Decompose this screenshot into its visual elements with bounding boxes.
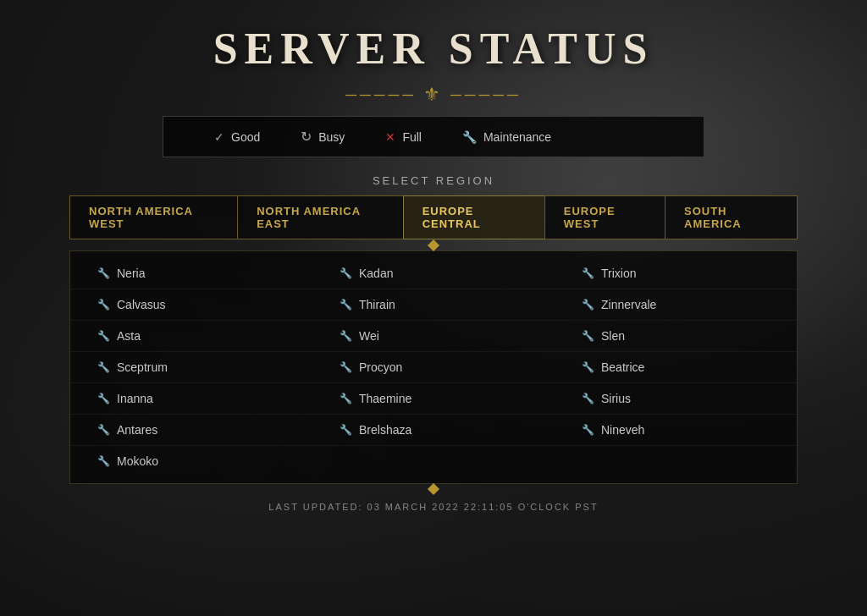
server-item-empty — [312, 446, 555, 476]
busy-icon: ↻ — [301, 129, 312, 145]
ornament-icon: ⚜ — [423, 84, 444, 106]
region-tabs: North America West North America East Eu… — [69, 195, 798, 239]
tab-na-east[interactable]: North America East — [237, 195, 403, 239]
server-item-kadan: 🔧Kadan — [312, 258, 555, 289]
server-status-icon-neria: 🔧 — [97, 267, 110, 279]
server-name-sirius: Sirius — [601, 392, 631, 405]
server-name-thaemine: Thaemine — [359, 392, 411, 405]
server-status-icon-trixion: 🔧 — [582, 267, 594, 279]
page-title: SERVER STATUS — [213, 24, 654, 74]
server-item-zinnervale: 🔧Zinnervale — [555, 289, 797, 321]
server-status-icon-procyon: 🔧 — [340, 361, 352, 373]
server-status-icon-calvasus: 🔧 — [97, 299, 110, 311]
server-item-brelshaza: 🔧Brelshaza — [312, 415, 555, 446]
server-name-nineveh: Nineveh — [601, 423, 644, 437]
server-status-icon-nineveh: 🔧 — [582, 424, 594, 436]
server-item-slen: 🔧Slen — [555, 321, 797, 352]
server-status-icon-inanna: 🔧 — [97, 393, 110, 404]
server-name-brelshaza: Brelshaza — [359, 423, 411, 437]
server-status-icon-thaemine: 🔧 — [340, 393, 352, 404]
maintenance-icon: 🔧 — [462, 130, 477, 144]
diamond-bottom — [69, 486, 798, 493]
server-name-beatrice: Beatrice — [601, 360, 644, 374]
legend-box: ✓ Good ↻ Busy ✕ Full 🔧 Maintenance — [163, 116, 704, 157]
server-name-zinnervale: Zinnervale — [601, 298, 656, 311]
legend-good-label: Good — [231, 130, 260, 144]
main-container: SERVER STATUS ⚜ ✓ Good ↻ Busy ✕ Full 🔧 M… — [0, 0, 867, 616]
select-region-label: SELECT REGION — [373, 174, 494, 187]
server-name-asta: Asta — [117, 329, 141, 343]
tab-eu-west[interactable]: Europe West — [544, 195, 665, 239]
legend-full-label: Full — [402, 130, 422, 144]
legend-full: ✕ Full — [385, 130, 422, 144]
server-grid: 🔧Neria🔧Kadan🔧Trixion🔧Calvasus🔧Thirain🔧Zi… — [70, 258, 797, 476]
server-status-icon-wei: 🔧 — [340, 330, 352, 342]
diamond-top — [69, 241, 798, 249]
server-item-procyon: 🔧Procyon — [312, 352, 555, 383]
server-status-icon-brelshaza: 🔧 — [340, 424, 352, 436]
server-item-sirius: 🔧Sirius — [555, 383, 797, 415]
last-updated: LAST UPDATED: 03 MARCH 2022 22:11:05 O'C… — [268, 502, 598, 512]
server-item-inanna: 🔧Inanna — [70, 383, 312, 415]
tabs-and-grid: North America West North America East Eu… — [69, 195, 798, 495]
server-item-sceptrum: 🔧Sceptrum — [70, 352, 312, 383]
server-grid-wrapper: 🔧Neria🔧Kadan🔧Trixion🔧Calvasus🔧Thirain🔧Zi… — [69, 250, 798, 484]
server-name-procyon: Procyon — [359, 360, 402, 374]
server-status-icon-sirius: 🔧 — [582, 393, 594, 404]
server-name-neria: Neria — [117, 267, 145, 280]
tab-na-west[interactable]: North America West — [69, 195, 237, 239]
server-item-empty — [555, 446, 797, 476]
server-item-antares: 🔧Antares — [70, 415, 312, 446]
server-item-thirain: 🔧Thirain — [312, 289, 555, 321]
server-status-icon-asta: 🔧 — [97, 330, 110, 342]
server-name-mokoko: Mokoko — [117, 454, 158, 468]
server-item-trixion: 🔧Trixion — [555, 258, 797, 289]
server-item-calvasus: 🔧Calvasus — [70, 289, 312, 321]
server-name-slen: Slen — [601, 329, 625, 343]
server-name-kadan: Kadan — [359, 267, 393, 280]
full-icon: ✕ — [385, 130, 395, 144]
legend-busy: ↻ Busy — [301, 129, 345, 145]
server-item-asta: 🔧Asta — [70, 321, 312, 352]
server-item-beatrice: 🔧Beatrice — [555, 352, 797, 383]
tab-sa[interactable]: South America — [665, 195, 798, 239]
server-name-calvasus: Calvasus — [117, 298, 166, 311]
server-name-trixion: Trixion — [601, 267, 637, 280]
server-status-icon-slen: 🔧 — [582, 330, 594, 342]
server-status-icon-antares: 🔧 — [97, 424, 110, 436]
legend-busy-label: Busy — [318, 130, 345, 144]
server-name-inanna: Inanna — [117, 392, 153, 405]
good-icon: ✓ — [214, 130, 224, 144]
server-name-thirain: Thirain — [359, 298, 395, 311]
server-status-icon-beatrice: 🔧 — [582, 361, 594, 373]
server-item-neria: 🔧Neria — [70, 258, 312, 289]
server-name-sceptrum: Sceptrum — [117, 360, 168, 374]
server-status-icon-sceptrum: 🔧 — [97, 361, 110, 373]
server-status-icon-mokoko: 🔧 — [97, 455, 110, 467]
server-name-antares: Antares — [117, 423, 157, 437]
server-status-icon-zinnervale: 🔧 — [582, 299, 594, 311]
server-item-wei: 🔧Wei — [312, 321, 555, 352]
server-item-nineveh: 🔧Nineveh — [555, 415, 797, 446]
legend-maintenance-label: Maintenance — [483, 130, 551, 144]
legend-good: ✓ Good — [214, 130, 260, 144]
server-name-wei: Wei — [359, 329, 379, 343]
server-item-thaemine: 🔧Thaemine — [312, 383, 555, 415]
ornament-top: ⚜ — [345, 84, 522, 106]
legend-maintenance: 🔧 Maintenance — [462, 130, 551, 144]
server-item-mokoko: 🔧Mokoko — [70, 446, 312, 476]
server-status-icon-kadan: 🔧 — [340, 267, 352, 279]
server-status-icon-thirain: 🔧 — [340, 299, 352, 311]
tab-eu-central[interactable]: Europe Central — [403, 195, 544, 239]
